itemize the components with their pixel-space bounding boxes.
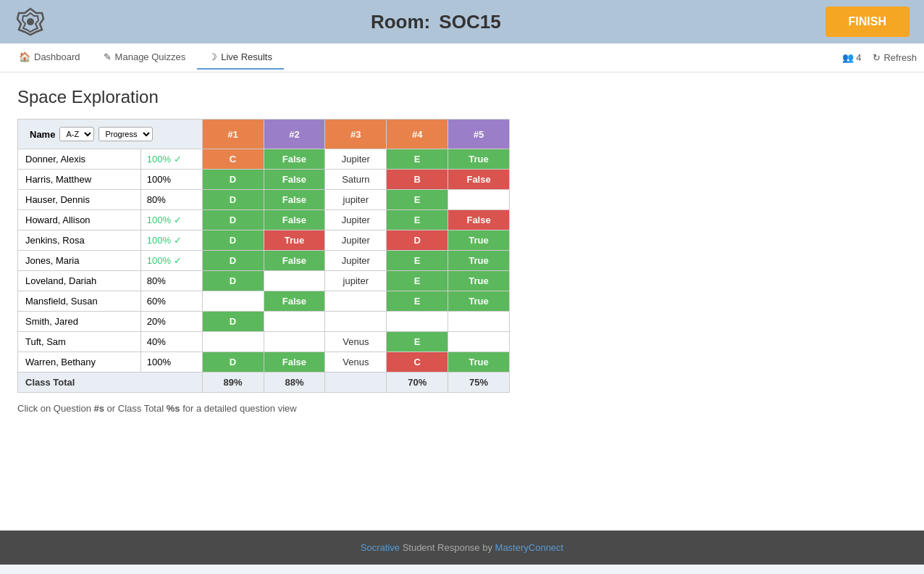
student-name: Smith, Jared xyxy=(18,312,141,332)
student-q1: D xyxy=(202,352,264,373)
student-q5: True xyxy=(448,149,510,170)
socrative-link[interactable]: Socrative xyxy=(361,542,400,553)
student-q2: False xyxy=(264,210,325,230)
student-name: Loveland, Dariah xyxy=(18,271,141,291)
name-col-label: Name xyxy=(30,129,55,140)
student-q1: D xyxy=(202,251,264,271)
sort-select[interactable]: A-Z Z-A xyxy=(59,127,94,141)
student-name: Warren, Bethany xyxy=(18,352,141,373)
class-total-label: Class Total xyxy=(18,373,203,393)
table-row: Hauser, Dennis80%DFalsejupiterE xyxy=(18,190,510,210)
student-q4 xyxy=(387,312,448,332)
student-q4: E xyxy=(387,149,448,170)
logo xyxy=(14,6,46,38)
nav-right-controls: 👥 4 ↻ Refresh xyxy=(842,52,917,63)
student-name: Donner, Alexis xyxy=(18,149,141,170)
finish-button[interactable]: FINISH xyxy=(826,7,910,37)
q2-header[interactable]: #2 xyxy=(264,120,325,149)
class-total-q5[interactable]: 75% xyxy=(448,373,510,393)
student-name: Hauser, Dennis xyxy=(18,190,141,210)
student-progress: 100% ✓ xyxy=(140,149,202,170)
nav-tabs: 🏠 Dashboard ✎ Manage Quizzes ☽ Live Resu… xyxy=(7,46,284,70)
student-q5: False xyxy=(448,210,510,230)
student-count-display: 👥 4 xyxy=(842,52,862,63)
student-q3: Jupiter xyxy=(325,149,387,170)
student-q5 xyxy=(448,190,510,210)
student-q4: C xyxy=(387,352,448,373)
footer-rest: Student Response by xyxy=(403,542,495,553)
nav-live-results-label: Live Results xyxy=(221,51,272,62)
student-name: Jones, Maria xyxy=(18,251,141,271)
nav-manage-quizzes[interactable]: ✎ Manage Quizzes xyxy=(92,46,198,70)
student-q1 xyxy=(202,291,264,312)
page-footer: Socrative Student Response by MasteryCon… xyxy=(0,531,924,565)
student-progress: 40% xyxy=(140,332,202,352)
progress-select[interactable]: Progress Score xyxy=(98,127,153,141)
student-q1: D xyxy=(202,210,264,230)
table-row: Jones, Maria100% ✓DFalseJupiterETrue xyxy=(18,251,510,271)
student-q2 xyxy=(264,271,325,291)
nav-dashboard-label: Dashboard xyxy=(34,51,80,62)
student-q5: False xyxy=(448,170,510,190)
mc-link[interactable]: MasteryConnect xyxy=(495,542,564,553)
student-progress: 100% xyxy=(140,170,202,190)
table-row: Smith, Jared20%D xyxy=(18,312,510,332)
table-row: Mansfield, Susan60%FalseETrue xyxy=(18,291,510,312)
q1-header[interactable]: #1 xyxy=(202,120,264,149)
student-q3: Saturn xyxy=(325,170,387,190)
student-q1 xyxy=(202,332,264,352)
student-q4: E xyxy=(387,332,448,352)
student-q1: D xyxy=(202,190,264,210)
class-total-q3[interactable] xyxy=(325,373,387,393)
main-content: Space Exploration Name A-Z Z-A Progress … xyxy=(0,72,924,531)
student-q5: True xyxy=(448,291,510,312)
class-total-q1[interactable]: 89% xyxy=(202,373,264,393)
student-q2: False xyxy=(264,352,325,373)
class-total-q2[interactable]: 88% xyxy=(264,373,325,393)
student-q3: Jupiter xyxy=(325,251,387,271)
student-progress: 100% ✓ xyxy=(140,210,202,230)
student-progress: 80% xyxy=(140,190,202,210)
navigation: 🏠 Dashboard ✎ Manage Quizzes ☽ Live Resu… xyxy=(0,43,924,72)
student-progress: 100% xyxy=(140,352,202,373)
student-name: Howard, Allison xyxy=(18,210,141,230)
table-row: Jenkins, Rosa100% ✓DTrueJupiterDTrue xyxy=(18,230,510,251)
student-q2: True xyxy=(264,230,325,251)
student-q3: jupiter xyxy=(325,190,387,210)
nav-dashboard[interactable]: 🏠 Dashboard xyxy=(7,46,92,70)
student-name: Mansfield, Susan xyxy=(18,291,141,312)
student-progress: 100% ✓ xyxy=(140,230,202,251)
student-q3: Jupiter xyxy=(325,230,387,251)
q3-header[interactable]: #3 xyxy=(325,120,387,149)
footer-hint: Click on Question #s or Class Total %s f… xyxy=(17,403,907,414)
name-header-cell: Name A-Z Z-A Progress Score xyxy=(18,120,203,149)
student-count: 4 xyxy=(856,52,861,63)
student-name: Harris, Matthew xyxy=(18,170,141,190)
nav-live-results[interactable]: ☽ Live Results xyxy=(197,46,284,70)
refresh-icon: ↻ xyxy=(873,52,881,63)
student-q2: False xyxy=(264,170,325,190)
student-name: Jenkins, Rosa xyxy=(18,230,141,251)
student-q2: False xyxy=(264,291,325,312)
student-q5 xyxy=(448,332,510,352)
student-q4: E xyxy=(387,271,448,291)
student-q4: D xyxy=(387,230,448,251)
student-q3: Venus xyxy=(325,332,387,352)
room-info: Room: SOC15 xyxy=(371,11,501,33)
student-progress: 20% xyxy=(140,312,202,332)
student-q3: jupiter xyxy=(325,271,387,291)
q5-header[interactable]: #5 xyxy=(448,120,510,149)
student-q5: True xyxy=(448,271,510,291)
class-total-row: Class Total89%88%70%75% xyxy=(18,373,510,393)
q4-header[interactable]: #4 xyxy=(387,120,448,149)
student-q1: D xyxy=(202,230,264,251)
student-q2 xyxy=(264,312,325,332)
refresh-button[interactable]: ↻ Refresh xyxy=(873,52,917,63)
home-icon: 🏠 xyxy=(19,51,30,62)
student-q4: E xyxy=(387,210,448,230)
student-q4: E xyxy=(387,190,448,210)
table-row: Loveland, Dariah80%DjupiterETrue xyxy=(18,271,510,291)
student-name: Tuft, Sam xyxy=(18,332,141,352)
class-total-q4[interactable]: 70% xyxy=(387,373,448,393)
student-progress: 60% xyxy=(140,291,202,312)
